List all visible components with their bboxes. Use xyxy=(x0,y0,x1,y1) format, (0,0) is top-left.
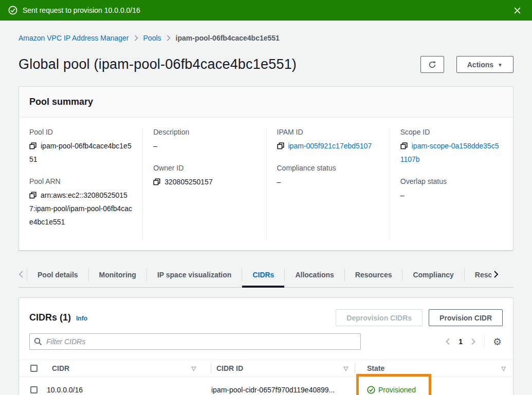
description-value: – xyxy=(153,139,255,153)
flashbar-close-icon[interactable] xyxy=(511,4,524,17)
copy-icon[interactable] xyxy=(400,142,408,149)
copy-icon[interactable] xyxy=(29,192,36,199)
tab-pool-details[interactable]: Pool details xyxy=(27,267,88,287)
pool-summary-card: Pool summary Pool ID ipam-pool-06fb4cace… xyxy=(19,86,513,251)
copy-icon[interactable] xyxy=(29,142,36,149)
ipam-id-link[interactable]: ipam-005f921c17ebd5107 xyxy=(288,142,372,150)
field-label-pool-id: Pool ID xyxy=(29,128,132,136)
copy-icon[interactable] xyxy=(153,178,160,185)
tab-ip-space-visualization[interactable]: IP space visualization xyxy=(147,267,242,287)
field-label-owner-id: Owner ID xyxy=(153,164,255,172)
compliance-status-value: – xyxy=(277,175,379,189)
select-all-checkbox[interactable] xyxy=(30,365,38,372)
flashbar-message: Sent request to provision 10.0.0.0/16 xyxy=(23,6,140,14)
info-link[interactable]: Info xyxy=(76,315,87,322)
table-settings-gear-icon[interactable]: ⚙ xyxy=(492,336,503,348)
cidr-id-cell: ipam-pool-cidr-0657f970d119e40899... xyxy=(211,377,355,395)
field-label-compliance-status: Compliance status xyxy=(277,164,379,172)
column-header-state[interactable]: State xyxy=(367,364,384,372)
pagination-next-icon[interactable] xyxy=(470,337,477,346)
filter-cidrs-box xyxy=(29,333,361,350)
tab-monitoring[interactable]: Monitoring xyxy=(89,267,146,287)
refresh-icon xyxy=(428,61,436,69)
breadcrumb-chevron-icon xyxy=(134,35,138,41)
owner-id-value: 320805250157 xyxy=(164,178,212,186)
tabs-scroll-left-icon[interactable] xyxy=(19,267,27,287)
field-label-ipam-id: IPAM ID xyxy=(277,128,379,136)
provisioned-check-circle-icon xyxy=(367,386,375,394)
provision-cidr-button[interactable]: Provision CIDR xyxy=(429,309,503,326)
tabs-scroll-right-icon[interactable] xyxy=(491,267,499,287)
filter-cidrs-input[interactable] xyxy=(46,337,356,346)
scope-id-link[interactable]: ipam-scope-0a158dde35c51107b xyxy=(400,142,499,163)
column-header-cidr[interactable]: CIDR xyxy=(52,364,69,372)
tab-allocations[interactable]: Allocations xyxy=(285,267,344,287)
caret-down-icon: ▼ xyxy=(498,62,503,68)
row-checkbox[interactable] xyxy=(30,386,38,393)
breadcrumb-link-pools[interactable]: Pools xyxy=(143,34,161,42)
overlap-status-value: – xyxy=(400,189,503,202)
field-label-scope-id: Scope ID xyxy=(400,128,503,136)
pool-id-value: ipam-pool-06fb4cace4bc1e551 xyxy=(29,142,132,163)
cidrs-card: CIDRs (1) Info Deprovision CIDRs Provisi… xyxy=(19,297,513,395)
tab-compliancy[interactable]: Compliancy xyxy=(402,267,464,287)
deprovision-cidrs-button[interactable]: Deprovision CIDRs xyxy=(336,309,423,326)
status-badge: Provisioned xyxy=(355,386,513,394)
tab-resources[interactable]: Resources xyxy=(345,267,402,287)
field-label-pool-arn: Pool ARN xyxy=(29,177,132,185)
sort-icon[interactable]: ▽ xyxy=(344,365,348,372)
column-header-cidr-id[interactable]: CIDR ID xyxy=(216,364,243,372)
copy-icon[interactable] xyxy=(277,142,284,149)
success-flashbar: Sent request to provision 10.0.0.0/16 xyxy=(0,0,532,21)
breadcrumb-current: ipam-pool-06fb4cace4bc1e551 xyxy=(176,34,280,42)
table-row: 10.0.0.0/16 ipam-pool-cidr-0657f970d119e… xyxy=(19,377,513,395)
pool-tabs: Pool details Monitoring IP space visuali… xyxy=(19,267,513,288)
tab-cidrs[interactable]: CIDRs xyxy=(242,267,284,288)
cidrs-title: CIDRs xyxy=(29,312,57,323)
pool-summary-title: Pool summary xyxy=(29,97,503,107)
breadcrumb: Amazon VPC IP Address Manager Pools ipam… xyxy=(19,21,513,42)
breadcrumb-link-ipam[interactable]: Amazon VPC IP Address Manager xyxy=(19,34,129,42)
pool-arn-value: arn:aws:ec2::320805250157:ipam-pool/ipam… xyxy=(29,191,132,226)
sort-icon[interactable]: ▽ xyxy=(192,365,196,372)
cidrs-table: CIDR ▽ CIDR ID ▽ State ▽ xyxy=(19,360,513,395)
pagination-prev-icon[interactable] xyxy=(444,337,451,346)
state-label: Provisioned xyxy=(378,386,416,394)
pagination-page-number[interactable]: 1 xyxy=(458,337,463,346)
refresh-button[interactable] xyxy=(420,56,444,73)
actions-button[interactable]: Actions ▼ xyxy=(456,56,513,73)
page-title: Global pool (ipam-pool-06fb4cace4bc1e551… xyxy=(19,57,297,72)
success-check-circle-icon xyxy=(8,6,17,15)
sort-icon[interactable]: ▽ xyxy=(502,365,506,372)
breadcrumb-chevron-icon xyxy=(167,35,171,41)
search-icon xyxy=(34,337,42,346)
cidrs-count: (1) xyxy=(60,312,71,323)
tab-resource-planning[interactable]: Reso xyxy=(465,267,491,287)
state-cell: Provisioned xyxy=(355,377,513,395)
actions-button-label: Actions xyxy=(467,61,493,69)
cidr-cell: 10.0.0.0/16 xyxy=(47,377,211,395)
field-label-overlap-status: Overlap status xyxy=(400,177,503,185)
field-label-description: Description xyxy=(153,128,255,136)
